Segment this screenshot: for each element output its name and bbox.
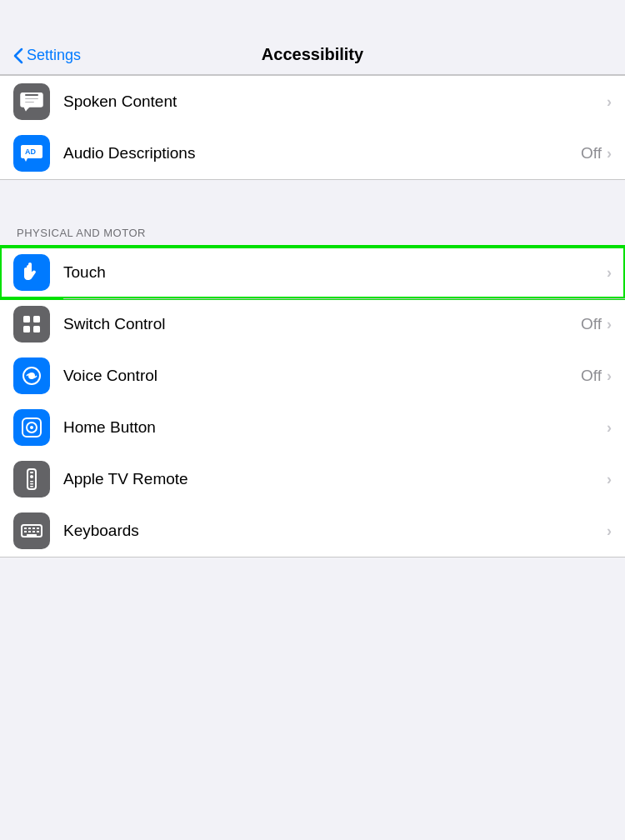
list-item-audio-descriptions[interactable]: AD Audio Descriptions Off ›: [0, 128, 625, 179]
spoken-content-label: Spoken Content: [63, 92, 607, 111]
section-media: Spoken Content › AD Audio Descriptions O…: [0, 75, 625, 180]
list-physical-motor: Touch › Switch Control Off ›: [0, 246, 625, 558]
back-button[interactable]: Settings: [13, 47, 81, 64]
svg-rect-29: [32, 531, 35, 532]
keyboards-icon: [20, 519, 43, 542]
apple-tv-remote-chevron: ›: [607, 471, 612, 488]
switch-control-value: Off: [581, 315, 602, 333]
touch-icon: [20, 261, 43, 284]
svg-rect-26: [37, 528, 39, 529]
svg-rect-9: [23, 326, 30, 332]
svg-rect-19: [30, 481, 33, 482]
svg-rect-28: [28, 531, 31, 532]
svg-rect-17: [30, 472, 33, 473]
list-item-touch[interactable]: Touch ›: [0, 247, 625, 298]
page-title: Accessibility: [262, 45, 363, 64]
svg-rect-10: [33, 326, 40, 332]
voice-control-chevron: ›: [607, 368, 612, 385]
svg-rect-24: [28, 528, 31, 529]
svg-rect-4: [24, 97, 39, 99]
svg-point-18: [30, 475, 33, 478]
home-button-icon: [20, 416, 43, 439]
svg-rect-8: [33, 316, 40, 322]
voice-control-value: Off: [581, 367, 602, 385]
svg-rect-30: [37, 531, 39, 532]
audio-descriptions-value: Off: [581, 144, 602, 162]
svg-rect-31: [27, 534, 37, 536]
svg-rect-25: [32, 528, 35, 529]
touch-label: Touch: [63, 263, 607, 282]
home-button-icon-wrapper: [13, 409, 50, 446]
audio-descriptions-icon: AD: [20, 142, 43, 165]
list-item-switch-control[interactable]: Switch Control Off ›: [0, 298, 625, 350]
switch-control-chevron: ›: [607, 316, 612, 333]
list-media: Spoken Content › AD Audio Descriptions O…: [0, 75, 625, 180]
svg-text:AD: AD: [25, 148, 36, 156]
apple-tv-remote-icon-wrapper: [13, 461, 50, 498]
back-label: Settings: [27, 47, 81, 64]
spoken-content-icon-wrapper: [13, 83, 50, 120]
apple-tv-remote-icon: [20, 468, 43, 491]
switch-control-icon-wrapper: [13, 306, 50, 342]
audio-descriptions-icon-wrapper: AD: [13, 135, 50, 172]
section-header-physical-motor: PHYSICAL AND MOTOR: [0, 210, 625, 246]
home-button-chevron: ›: [607, 419, 612, 437]
svg-rect-23: [24, 528, 27, 529]
svg-rect-20: [30, 483, 33, 485]
svg-rect-27: [24, 531, 27, 532]
home-button-label: Home Button: [63, 418, 607, 437]
switch-control-icon: [20, 312, 43, 336]
list-item-home-button[interactable]: Home Button ›: [0, 402, 625, 453]
list-item-voice-control[interactable]: Voice Control Off ›: [0, 350, 625, 402]
list-item-apple-tv-remote[interactable]: Apple TV Remote ›: [0, 453, 625, 505]
spoken-content-icon: [20, 90, 43, 113]
keyboards-label: Keyboards: [63, 522, 607, 540]
svg-point-15: [30, 426, 33, 429]
back-chevron-icon: [13, 48, 23, 64]
voice-control-label: Voice Control: [63, 367, 581, 385]
audio-descriptions-chevron: ›: [607, 145, 612, 162]
voice-control-icon-wrapper: [13, 358, 50, 394]
list-item-keyboards[interactable]: Keyboards ›: [0, 505, 625, 557]
svg-rect-21: [30, 486, 33, 488]
spoken-content-chevron: ›: [607, 93, 612, 111]
keyboards-chevron: ›: [607, 522, 612, 540]
section-physical-motor: PHYSICAL AND MOTOR Touch ›: [0, 210, 625, 558]
svg-rect-5: [24, 100, 36, 102]
svg-rect-3: [25, 94, 38, 96]
touch-icon-wrapper: [13, 254, 50, 291]
navigation-bar: Settings Accessibility: [0, 0, 625, 75]
apple-tv-remote-label: Apple TV Remote: [63, 470, 607, 488]
list-item-spoken-content[interactable]: Spoken Content ›: [0, 76, 625, 128]
voice-control-icon: [20, 364, 43, 388]
audio-descriptions-label: Audio Descriptions: [63, 144, 581, 162]
touch-chevron: ›: [607, 264, 612, 282]
switch-control-label: Switch Control: [63, 315, 581, 333]
keyboards-icon-wrapper: [13, 512, 50, 549]
svg-rect-7: [23, 316, 30, 322]
section-spacer: [0, 180, 625, 210]
